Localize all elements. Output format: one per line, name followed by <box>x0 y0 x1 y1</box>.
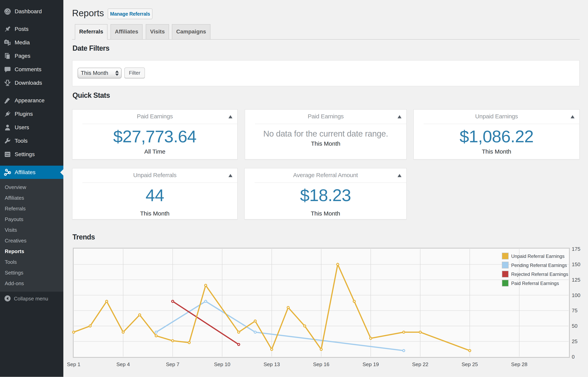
svg-text:Sep 13: Sep 13 <box>264 361 280 367</box>
svg-text:Unpaid Referral Earnings: Unpaid Referral Earnings <box>511 254 564 259</box>
svg-text:150: 150 <box>572 261 580 267</box>
svg-text:25: 25 <box>572 338 577 344</box>
svg-text:Rejected Referral Earnings: Rejected Referral Earnings <box>511 271 568 277</box>
svg-text:Sep 7: Sep 7 <box>166 361 179 367</box>
svg-text:Sep 19: Sep 19 <box>362 361 379 367</box>
svg-text:Sep 10: Sep 10 <box>214 361 230 367</box>
svg-text:100: 100 <box>572 292 580 298</box>
svg-text:Sep 1: Sep 1 <box>67 361 80 367</box>
svg-text:Paid Referral Earnings: Paid Referral Earnings <box>511 281 559 286</box>
svg-text:0: 0 <box>572 354 575 360</box>
svg-text:50: 50 <box>572 323 577 329</box>
svg-text:Pending Referral Earnings: Pending Referral Earnings <box>511 263 567 268</box>
svg-text:Sep 16: Sep 16 <box>313 361 329 367</box>
svg-text:Sep 25: Sep 25 <box>461 361 478 367</box>
svg-text:75: 75 <box>572 307 577 314</box>
svg-text:Sep 4: Sep 4 <box>116 361 130 367</box>
svg-text:175: 175 <box>572 246 580 252</box>
svg-text:Sep 28: Sep 28 <box>511 361 528 367</box>
svg-text:Sep 22: Sep 22 <box>412 361 428 367</box>
svg-text:125: 125 <box>572 277 580 283</box>
